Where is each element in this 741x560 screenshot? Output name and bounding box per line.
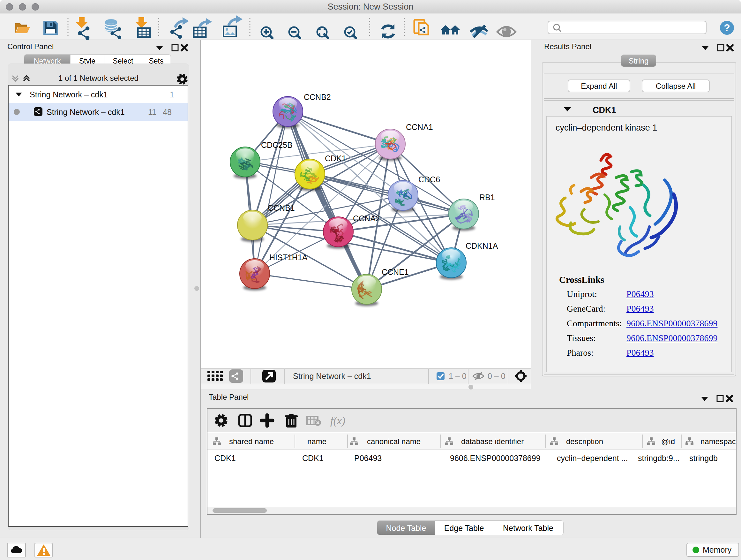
svg-text:description: description [566, 437, 603, 446]
svg-text:CCNB2: CCNB2 [304, 92, 331, 102]
svg-text:namespac: namespac [700, 437, 736, 446]
svg-text:CDC25B: CDC25B [261, 140, 293, 149]
svg-text:HIST1H1A: HIST1H1A [269, 253, 308, 262]
svg-text:CCNE1: CCNE1 [382, 267, 409, 276]
svg-text:name: name [307, 437, 327, 446]
svg-text:CCNA1: CCNA1 [406, 123, 433, 132]
svg-text:1 – 0: 1 – 0 [449, 372, 467, 381]
svg-text:String Network – cdk1: String Network – cdk1 [293, 372, 371, 381]
svg-text:CCNB1: CCNB1 [268, 203, 295, 212]
svg-text:canonical name: canonical name [367, 437, 421, 446]
svg-text:CDKN1A: CDKN1A [466, 241, 498, 250]
svg-text:database identifier: database identifier [461, 437, 524, 446]
svg-text:0 – 0: 0 – 0 [488, 372, 506, 381]
svg-text:shared name: shared name [229, 437, 274, 446]
svg-text:CCNA2: CCNA2 [353, 214, 380, 223]
svg-text:f(x): f(x) [330, 415, 345, 427]
svg-text:CDK1: CDK1 [325, 154, 346, 163]
svg-text:CDC6: CDC6 [418, 175, 440, 184]
svg-text:RB1: RB1 [479, 193, 495, 202]
svg-text:@id: @id [661, 437, 675, 446]
